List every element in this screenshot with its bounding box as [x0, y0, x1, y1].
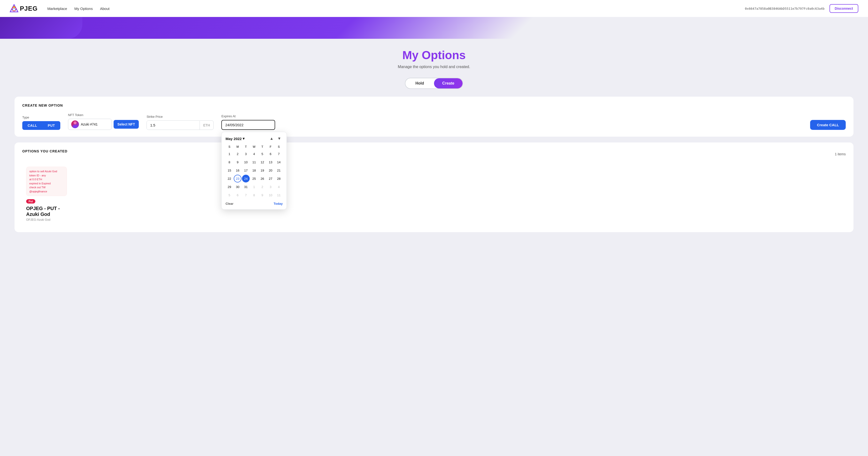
create-option-card: CREATE NEW OPTION Type CALL PUT NFT Toke… [14, 97, 854, 136]
calendar-day[interactable]: 7 [275, 150, 283, 158]
calendar-day[interactable]: 4 [250, 150, 258, 158]
type-label: Type [22, 116, 60, 119]
navbar: PJEG Marketplace My Options About 0x6647… [0, 0, 868, 17]
calendar-day[interactable]: 11 [275, 191, 283, 199]
hero-blob [0, 17, 82, 39]
tab-create[interactable]: Create [434, 78, 463, 88]
svg-point-3 [73, 121, 76, 124]
calendar-day[interactable]: 4 [275, 183, 283, 191]
calendar-day[interactable]: 5 [225, 191, 233, 199]
nft-avatar [71, 120, 79, 128]
calendar-day[interactable]: 15 [225, 166, 233, 174]
calendar-month[interactable]: May 2022 ▾ [225, 136, 245, 141]
calendar-day[interactable]: 18 [250, 166, 258, 174]
options-created-title: OPTIONS YOU CREATED [22, 149, 68, 153]
nav-link-about[interactable]: About [100, 6, 110, 11]
options-created-card: OPTIONS YOU CREATED 1 items option to se… [14, 143, 854, 232]
calendar-day[interactable]: 8 [250, 191, 258, 199]
nav-link-marketplace[interactable]: Marketplace [47, 6, 67, 11]
calendar-day[interactable]: 30 [234, 183, 242, 191]
calendar-day[interactable]: 23 [234, 175, 242, 182]
calendar-day-header: S [275, 144, 283, 150]
calendar-day[interactable]: 22 [225, 175, 233, 182]
calendar-day[interactable]: 19 [258, 166, 266, 174]
items-count: 1 items [835, 152, 846, 156]
nav-link-my-options[interactable]: My Options [74, 6, 93, 11]
calendar-day[interactable]: 14 [275, 158, 283, 166]
calendar-day[interactable]: 21 [275, 166, 283, 174]
calendar-day[interactable]: 2 [258, 183, 266, 191]
call-type-button[interactable]: CALL [22, 121, 42, 130]
calendar-day[interactable]: 10 [242, 158, 250, 166]
create-form-row: Type CALL PUT NFT Token [22, 113, 846, 130]
strike-unit: ETH [199, 121, 213, 130]
calendar-day[interactable]: 2 [234, 150, 242, 158]
svg-point-4 [73, 125, 78, 128]
put-type-button[interactable]: PUT [42, 121, 60, 130]
calendar-day[interactable]: 3 [242, 150, 250, 158]
calendar-day[interactable]: 8 [225, 158, 233, 166]
calendar-day[interactable]: 3 [267, 183, 274, 191]
calendar-day[interactable]: 6 [234, 191, 242, 199]
calendar-day[interactable]: 31 [242, 183, 250, 191]
wallet-address: 0x6647a7858a0B3846AbD5511e7b797Fc0a0c63a… [745, 7, 825, 10]
calendar-day[interactable]: 12 [258, 158, 266, 166]
disconnect-button[interactable]: Disconnect [830, 4, 858, 13]
calendar-day[interactable]: 11 [250, 158, 258, 166]
calendar-next-button[interactable]: ▼ [276, 136, 283, 141]
date-input[interactable] [222, 120, 275, 129]
select-nft-button[interactable]: Select NFT [114, 120, 139, 129]
calendar-day[interactable]: 28 [275, 175, 283, 182]
calendar-day[interactable]: 24 [242, 175, 250, 182]
type-buttons: CALL PUT [22, 121, 60, 130]
create-call-button[interactable]: Create CALL [810, 120, 846, 130]
main-content: My Options Manage the options you hold a… [0, 39, 868, 248]
calendar-nav: ▲ ▼ [268, 136, 283, 141]
nft-avatar-icon [71, 120, 79, 128]
type-group: Type CALL PUT [22, 116, 60, 130]
calendar-prev-button[interactable]: ▲ [268, 136, 275, 141]
calendar-day[interactable]: 9 [234, 158, 242, 166]
calendar-header: May 2022 ▾ ▲ ▼ [225, 136, 283, 141]
calendar-day-header: S [225, 144, 233, 150]
option-card-promo: option to sell Azuki God token ID - any … [26, 167, 67, 196]
calendar-today-button[interactable]: Today [274, 202, 283, 206]
strike-group: Strike Price ETH [147, 115, 214, 130]
calendar-clear-button[interactable]: Clear [225, 202, 234, 206]
calendar-grid: SMTWTFS123456789101112131415161718192021… [225, 144, 283, 199]
calendar-day[interactable]: 29 [225, 183, 233, 191]
calendar-day[interactable]: 6 [267, 150, 274, 158]
hero-background [0, 17, 868, 39]
strike-input[interactable] [147, 121, 199, 130]
calendar-day[interactable]: 13 [267, 158, 274, 166]
calendar-chevron: ▾ [243, 136, 245, 141]
calendar-day[interactable]: 17 [242, 166, 250, 174]
logo-link[interactable]: PJEG [10, 4, 37, 13]
option-badge: Put [26, 199, 35, 204]
nft-group: NFT Token Azuki #741 Select NFT [68, 113, 139, 130]
calendar-day-header: T [242, 144, 250, 150]
calendar-day[interactable]: 10 [267, 191, 274, 199]
nft-selector: Azuki #741 [68, 119, 112, 130]
tabs-container: Hold Create [14, 78, 854, 89]
calendar-day-header: W [250, 144, 258, 150]
calendar-day[interactable]: 1 [225, 150, 233, 158]
calendar-day-header: M [234, 144, 242, 150]
option-card[interactable]: option to sell Azuki God token ID - any … [22, 163, 71, 225]
option-subtitle: OPJEG-Azuki God [26, 218, 67, 221]
strike-input-wrap: ETH [147, 120, 214, 130]
calendar-day[interactable]: 7 [242, 191, 250, 199]
tab-hold[interactable]: Hold [405, 78, 434, 88]
calendar-day[interactable]: 5 [258, 150, 266, 158]
nft-label: NFT Token [68, 113, 139, 117]
calendar-dropdown: May 2022 ▾ ▲ ▼ SMTWTFS123456789101112131… [221, 132, 287, 210]
calendar-day[interactable]: 16 [234, 166, 242, 174]
calendar-day[interactable]: 20 [267, 166, 274, 174]
calendar-day[interactable]: 26 [258, 175, 266, 182]
calendar-day[interactable]: 9 [258, 191, 266, 199]
calendar-day[interactable]: 25 [250, 175, 258, 182]
page-title: My Options [14, 49, 854, 62]
calendar-day[interactable]: 27 [267, 175, 274, 182]
page-subtitle: Manage the options you hold and created. [14, 65, 854, 69]
calendar-day[interactable]: 1 [250, 183, 258, 191]
